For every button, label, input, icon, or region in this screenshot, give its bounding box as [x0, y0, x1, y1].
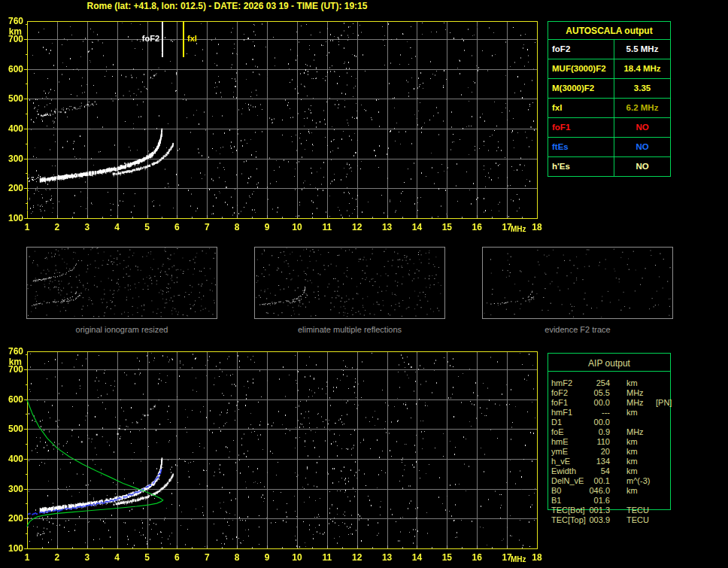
aip-value: 00.0 — [586, 418, 610, 427]
table-row: TEC[Bot]001.3TECU — [548, 506, 728, 515]
table-row: TEC[Top]003.9TECU — [548, 515, 728, 525]
aip-unit: m^(-3) — [626, 476, 651, 486]
parameter-value: 5.5 MHz — [614, 40, 670, 59]
table-row: hmF2254km — [548, 378, 728, 388]
aip-unit: MHz — [626, 388, 651, 398]
aip-extra: [PN] — [656, 398, 672, 408]
thumbnail-caption: original ionogram resized — [26, 325, 217, 334]
aip-unit: km — [626, 447, 651, 457]
table-row: h_vE134km — [548, 457, 728, 466]
parameter-label: M(3000)F2 — [548, 79, 614, 98]
aip-label: B0 — [548, 486, 586, 496]
aip-label: foF2 — [548, 388, 586, 398]
aip-unit: km — [626, 408, 651, 418]
aip-value: 54 — [586, 466, 610, 476]
table-row: foF1NO — [548, 117, 670, 137]
top-ionogram-plot — [0, 14, 545, 241]
table-row: ftEsNO — [548, 137, 670, 156]
table-row: DelN_vE00.1m^(-3) — [548, 476, 728, 486]
aip-table-header: AIP output — [548, 354, 670, 372]
aip-label: hmF1 — [548, 408, 586, 418]
table-row: B0046.0km — [548, 486, 728, 496]
aip-unit: km — [626, 378, 651, 388]
autoscala-table-rows: foF25.5 MHzMUF(3000)F218.4 MHzM(3000)F23… — [548, 40, 670, 176]
parameter-value: 3.35 — [614, 79, 670, 98]
aip-value: 0.9 — [586, 427, 610, 437]
table-row: D100.0 — [548, 418, 728, 427]
thumbnail-eliminate-reflections — [254, 247, 445, 319]
aip-unit: TECU — [626, 506, 651, 515]
aip-label: ymE — [548, 447, 586, 457]
parameter-label: foF1 — [548, 118, 614, 137]
page-title: Rome (lat: +41.8, lon: 012.5) - DATE: 20… — [0, 1, 454, 11]
aip-unit: TECU — [626, 515, 651, 525]
aip-label: hmF2 — [548, 378, 586, 388]
table-row: MUF(3000)F218.4 MHz — [548, 59, 670, 78]
aip-value: 00.1 — [586, 476, 610, 486]
aip-value: 01.6 — [586, 496, 610, 506]
aip-value: 110 — [586, 437, 610, 447]
aip-label: h_vE — [548, 457, 586, 466]
table-row: hmE110km — [548, 437, 728, 447]
parameter-label: MUF(3000)F2 — [548, 59, 614, 78]
table-row: h'EsNO — [548, 156, 670, 176]
autoscala-output-table: AUTOSCALA output foF25.5 MHzMUF(3000)F21… — [548, 21, 671, 177]
aip-unit: km — [626, 437, 651, 447]
parameter-value: NO — [614, 118, 670, 137]
parameter-value: 18.4 MHz — [614, 59, 670, 78]
aip-label: Ewidth — [548, 466, 586, 476]
aip-value: 134 — [586, 457, 610, 466]
parameter-label: foF2 — [548, 40, 614, 59]
aip-value: 046.0 — [586, 486, 610, 496]
table-row: fxI6.2 MHz — [548, 98, 670, 117]
aip-label: foE — [548, 427, 586, 437]
table-row: ymE20km — [548, 447, 728, 457]
parameter-label: fxI — [548, 99, 614, 117]
autoscala-table-header: AUTOSCALA output — [548, 22, 670, 40]
table-row: foE0.9MHz — [548, 427, 728, 437]
aip-unit: km — [626, 486, 651, 496]
thumbnail-caption: evidence F2 trace — [482, 325, 673, 334]
table-row: Ewidth54km — [548, 466, 728, 476]
table-row: B101.6 — [548, 496, 728, 506]
aip-value: 001.3 — [586, 506, 610, 515]
aip-unit: km — [626, 457, 651, 466]
autoscala-app: Rome (lat: +41.8, lon: 012.5) - DATE: 20… — [0, 0, 728, 568]
table-row: foF25.5 MHz — [548, 40, 670, 59]
aip-label: DelN_vE — [548, 476, 586, 486]
aip-value: --- — [586, 408, 610, 418]
aip-table-rows: hmF2254kmfoF205.5MHzfoF100.0MHz[PN]hmF1-… — [548, 378, 728, 525]
parameter-label: ftEs — [548, 138, 614, 156]
aip-unit: MHz — [626, 427, 651, 437]
aip-label: B1 — [548, 496, 586, 506]
aip-value: 254 — [586, 378, 610, 388]
bottom-ionogram-plot — [0, 342, 545, 568]
aip-label: D1 — [548, 418, 586, 427]
thumbnail-original-ionogram — [26, 247, 217, 319]
aip-value: 003.9 — [586, 515, 610, 525]
aip-label: TEC[Bot] — [548, 506, 586, 515]
aip-value: 20 — [586, 447, 610, 457]
table-row: M(3000)F23.35 — [548, 78, 670, 98]
parameter-label: h'Es — [548, 157, 614, 176]
parameter-value: NO — [614, 138, 670, 156]
table-row: foF205.5MHz — [548, 388, 728, 398]
aip-unit: MHz — [626, 398, 651, 408]
parameter-value: 6.2 MHz — [614, 99, 670, 117]
table-row: hmF1---km — [548, 408, 728, 418]
table-row: foF100.0MHz[PN] — [548, 398, 728, 408]
aip-value: 05.5 — [586, 388, 610, 398]
aip-value: 00.0 — [586, 398, 610, 408]
thumbnail-caption: eliminate multiple reflections — [254, 325, 445, 334]
thumbnail-evidence-f2-trace — [482, 247, 673, 319]
aip-label: TEC[Top] — [548, 515, 586, 525]
aip-label: hmE — [548, 437, 586, 447]
aip-unit: km — [626, 466, 651, 476]
aip-label: foF1 — [548, 398, 586, 408]
parameter-value: NO — [614, 157, 670, 176]
